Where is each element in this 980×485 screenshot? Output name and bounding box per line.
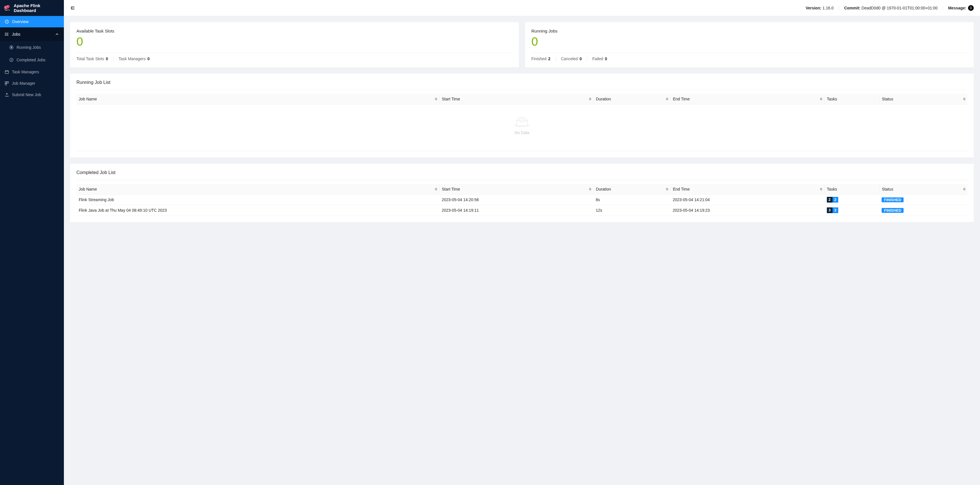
build-icon <box>5 81 9 86</box>
sidebar-item-jobs[interactable]: Jobs <box>0 27 64 41</box>
th-label: Tasks <box>827 187 837 191</box>
card-task-slots: Available Task Slots 0 Total Task Slots0… <box>70 22 519 67</box>
slots-stats: Total Task Slots0 Task Managers0 <box>76 56 512 61</box>
version-value: 1.16.0 <box>822 6 834 10</box>
sidebar-item-running-jobs[interactable]: Running Jobs <box>0 41 64 54</box>
sidebar-item-completed-jobs[interactable]: Completed Jobs <box>0 54 64 66</box>
th-label: Status <box>882 97 893 101</box>
sort-icon <box>589 97 592 101</box>
th-end-time[interactable]: End Time <box>671 184 824 195</box>
table-row[interactable]: Flink Streaming Job 2023-05-04 14:20:56 … <box>76 195 967 205</box>
sort-icon <box>820 97 822 101</box>
svg-rect-18 <box>5 81 6 83</box>
commit-value: DeadD0d0 @ 1970-01-01T01:00:00+01:00 <box>861 6 937 10</box>
svg-marker-30 <box>666 99 668 101</box>
check-circle-icon <box>9 58 14 62</box>
sort-icon <box>963 97 966 101</box>
cell-end-time: 2023-05-04 14:19:23 <box>671 205 824 216</box>
stat-value: 0 <box>605 56 607 61</box>
th-status[interactable]: Status <box>879 184 967 195</box>
th-duration[interactable]: Duration <box>593 94 671 104</box>
task-managers-count: Task Managers0 <box>119 56 150 61</box>
divider <box>76 53 512 53</box>
th-label: Start Time <box>442 187 460 191</box>
svg-marker-41 <box>666 189 668 191</box>
cell-start-time: 2023-05-04 14:19:11 <box>439 205 593 216</box>
failed-count: Failed0 <box>592 56 607 61</box>
th-tasks[interactable]: Tasks <box>824 94 880 104</box>
th-tasks[interactable]: Tasks <box>824 184 880 195</box>
th-end-time[interactable]: End Time <box>671 94 824 104</box>
upload-icon <box>5 92 9 97</box>
card-running-job-list: Running Job List Job Name Start Time Dur… <box>70 74 974 157</box>
svg-point-1 <box>6 5 10 8</box>
menu-fold-icon[interactable] <box>70 5 75 11</box>
sidebar-item-label: Task Managers <box>12 70 39 74</box>
svg-marker-43 <box>820 189 822 191</box>
stat-label: Total Task Slots <box>76 56 104 61</box>
sidebar-item-label: Job Manager <box>12 81 35 86</box>
status-badge: FINISHED <box>881 197 904 202</box>
th-label: End Time <box>673 97 690 101</box>
th-label: Start Time <box>442 97 460 101</box>
canceled-count: Canceled0 <box>561 56 582 61</box>
tasks-badge-total: 2 <box>827 197 832 202</box>
svg-point-13 <box>10 58 13 62</box>
completed-jobs-table: Job Name Start Time Duration End Time Ta… <box>76 184 967 216</box>
empty-state: No Data <box>79 107 965 149</box>
sort-icon <box>435 97 438 101</box>
th-label: Duration <box>596 187 611 191</box>
sidebar-item-submit[interactable]: Submit New Job <box>0 89 64 100</box>
sort-icon <box>820 188 822 191</box>
message-info[interactable]: Message: 0 <box>948 5 974 11</box>
cell-duration: 12s <box>593 205 671 216</box>
separator <box>839 6 839 10</box>
stat-label: Canceled <box>561 56 578 61</box>
th-label: Job Name <box>79 97 97 101</box>
cell-tasks: 22 <box>824 195 880 205</box>
sidebar: Apache Flink Dashboard Overview Jobs <box>0 0 64 485</box>
svg-rect-14 <box>5 70 8 74</box>
th-job-name[interactable]: Job Name <box>76 184 439 195</box>
sort-icon <box>666 188 668 191</box>
card-running-jobs: Running Jobs 0 Finished2 Canceled0 Faile… <box>525 22 974 67</box>
svg-marker-37 <box>435 189 438 191</box>
finished-count: Finished2 <box>531 56 550 61</box>
running-jobs-table: Job Name Start Time Duration End Time Ta… <box>76 94 967 151</box>
sort-icon <box>666 97 668 101</box>
stat-value: 2 <box>548 56 550 61</box>
th-status[interactable]: Status <box>879 94 967 104</box>
th-label: Job Name <box>79 187 97 191</box>
cell-job-name: Flink Streaming Job <box>76 195 439 205</box>
th-start-time[interactable]: Start Time <box>439 184 593 195</box>
message-label: Message: <box>948 6 966 10</box>
table-row[interactable]: Flink Java Job at Thu May 04 08:49:10 UT… <box>76 205 967 216</box>
stat-label: Failed <box>592 56 603 61</box>
svg-marker-45 <box>963 189 966 191</box>
th-duration[interactable]: Duration <box>593 184 671 195</box>
th-job-name[interactable]: Job Name <box>76 94 439 104</box>
divider <box>531 53 967 53</box>
sidebar-item-overview[interactable]: Overview <box>0 16 64 27</box>
cell-duration: 8s <box>593 195 671 205</box>
separator <box>943 6 943 10</box>
svg-point-10 <box>5 35 5 35</box>
stat-value: 0 <box>106 56 108 61</box>
empty-text: No Data <box>79 130 965 135</box>
svg-point-9 <box>5 34 5 34</box>
svg-marker-26 <box>435 99 438 101</box>
stat-label: Finished <box>531 56 546 61</box>
svg-marker-34 <box>963 99 966 101</box>
dashboard-icon <box>5 19 9 24</box>
th-label: Tasks <box>827 97 837 101</box>
svg-rect-20 <box>5 84 6 85</box>
stat-value: 0 <box>579 56 582 61</box>
cell-end-time: 2023-05-04 14:21:04 <box>671 195 824 205</box>
sidebar-item-job-manager[interactable]: Job Manager <box>0 78 64 89</box>
sidebar-item-task-managers[interactable]: Task Managers <box>0 66 64 78</box>
main-area: Version: 1.16.0 Commit: DeadD0d0 @ 1970-… <box>64 0 980 485</box>
separator <box>587 57 587 61</box>
commit-info: Commit: DeadD0d0 @ 1970-01-01T01:00:00+0… <box>844 6 937 10</box>
chevron-up-icon <box>55 32 59 37</box>
th-start-time[interactable]: Start Time <box>439 94 593 104</box>
